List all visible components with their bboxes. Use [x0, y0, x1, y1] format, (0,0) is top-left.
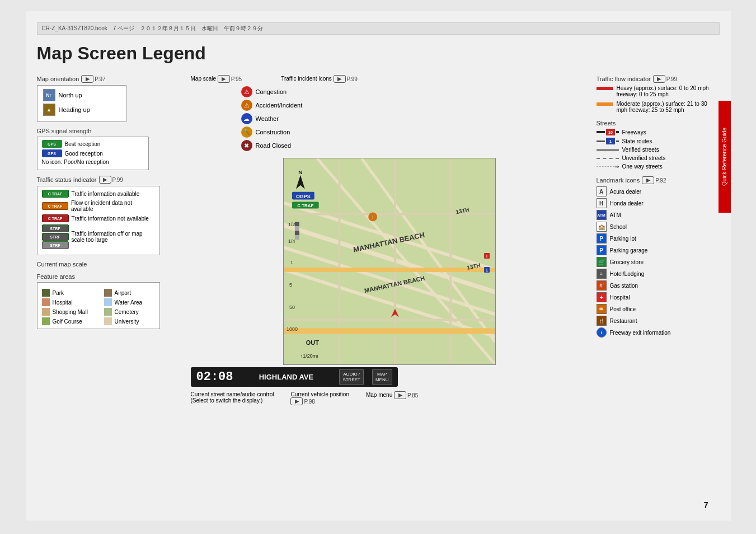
lm-freeway-exit: i Freeway exit information [597, 327, 720, 338]
north-up-label: North up [59, 92, 82, 99]
feature-areas-section: Feature areas Park Airport [37, 273, 182, 329]
gps-section: GPS signal strength GPS Best reception G… [37, 128, 182, 170]
moderate-bar [597, 102, 613, 106]
feature-university: University [104, 317, 155, 325]
header-text: CR-Z_KA-31SZT820.book 7 ページ ２０１２年８月１５日 水… [42, 25, 264, 32]
traffic-not-badge: C TRAF [42, 214, 69, 222]
right-column: Traffic flow indicator ▶ P.99 Heavy (app… [597, 75, 720, 405]
state-line [597, 140, 605, 142]
svg-rect-26 [294, 222, 299, 226]
lm-parking-lot: P Parking lot [597, 233, 720, 243]
svg-text:C TRAF: C TRAF [297, 203, 313, 208]
lm-grocery: 🛒 Grocery store [597, 257, 720, 267]
state-badge: 1 [606, 138, 615, 144]
map-area: N OGPS C TRAF 1/20 1/4 1 5 50 1000 [283, 158, 496, 365]
incident-weather: ☁ Weather [241, 113, 303, 124]
page-container: CR-Z_KA-31SZT820.book 7 ページ ２０１２年８月１５日 水… [26, 11, 731, 521]
construction-icon: 🔨 [241, 127, 252, 138]
street-oneway: ⇒ One way streets [597, 163, 720, 170]
gps-label: GPS signal strength [37, 128, 182, 134]
north-up-icon: N↑ [43, 89, 55, 101]
lm-atm: ATM ATM [597, 210, 720, 220]
map-menu-button[interactable]: MAP MENU [372, 369, 392, 385]
heading-up-icon: ▲ [43, 104, 55, 116]
svg-text:1/4: 1/4 [288, 238, 294, 244]
feature-mall: Shopping Mall [42, 308, 93, 316]
incident-construction: 🔨 Construction [241, 127, 303, 138]
svg-text:N: N [298, 169, 302, 175]
street-unverified: Unverified streets [597, 155, 720, 161]
traffic-available-badge: C TRAF [42, 190, 69, 198]
freeway-exit-icon: i [597, 327, 607, 338]
lm-acura: A Acura dealer [597, 186, 720, 196]
incident-road-closed: ✖ Road Closed [241, 140, 303, 151]
feature-water: Water Area [104, 298, 155, 306]
traffic-strf3: STRF [42, 241, 69, 249]
restaurant-icon: 🍴 [597, 316, 607, 326]
svg-text:↑1/20mi: ↑1/20mi [300, 353, 317, 359]
flow-moderate: Moderate (approx.) surface: 21 to 30 mph… [597, 101, 720, 113]
map-svg: N OGPS C TRAF 1/20 1/4 1 5 50 1000 [284, 158, 495, 364]
feature-airport: Airport [104, 289, 155, 297]
audio-street-button[interactable]: AUDIO / STREET [339, 369, 364, 385]
lm-school: 🏫 School [597, 222, 720, 232]
acura-icon: A [597, 186, 607, 196]
landmark-section: Landmark icons ▶ P.92 A Acura dealer H H… [597, 176, 720, 338]
post-office-icon: ✉ [597, 304, 607, 314]
map-orientation-ref: ▶ P.97 [81, 75, 105, 83]
feature-park: Park [42, 289, 93, 297]
road-closed-icon: ✖ [241, 140, 252, 151]
north-up-item: N↑ North up [43, 89, 120, 101]
gps-good-badge: GPS [42, 149, 62, 157]
lm-parking-garage: P Parking garage [597, 245, 720, 255]
top-annotations: Map scale ▶ P.95 Traffic incident icons … [191, 75, 588, 83]
mall-swatch [42, 308, 50, 316]
heavy-bar [597, 87, 613, 90]
street-verified: Verified streets [597, 147, 720, 153]
congestion-icon: ⚠ [241, 86, 252, 97]
golf-swatch [42, 317, 50, 325]
bottom-status-bar: 02:08 HIGHLAND AVE AUDIO / STREET MAP ME… [191, 367, 398, 387]
map-orientation-section: Map orientation ▶ P.97 N↑ North up ▲ Hea… [37, 75, 182, 122]
current-street-annotation: Current street name/audio control (Selec… [191, 391, 274, 405]
hotel-icon: ≡ [597, 269, 607, 279]
orientation-box: N↑ North up ▲ Heading up [37, 85, 126, 122]
school-icon: 🏫 [597, 222, 607, 232]
verified-line [597, 149, 619, 151]
svg-text:1000: 1000 [287, 326, 298, 332]
traffic-available: C TRAF Traffic information available [42, 190, 155, 198]
gps-box: GPS Best reception GPS Good reception No… [37, 137, 149, 170]
airport-swatch [104, 289, 112, 297]
gas-icon: ⛽ [597, 280, 607, 291]
streets-label: Streets [597, 120, 720, 127]
traffic-flow-badge: C TRAF [42, 202, 68, 210]
svg-text:OGPS: OGPS [295, 194, 310, 199]
gps-none: No icon: Poor/No reception [42, 159, 144, 165]
incident-annotation: Traffic incident icons ▶ P.99 [281, 75, 358, 83]
oneway-line [597, 166, 614, 167]
landmark-label: Landmark icons ▶ P.92 [597, 176, 720, 184]
svg-text:OUT: OUT [306, 339, 318, 346]
lm-hospital: + Hospital [597, 292, 720, 302]
center-column: Map scale ▶ P.95 Traffic incident icons … [191, 75, 588, 405]
heading-up-label: Heading up [59, 106, 90, 113]
flow-heavy: Heavy (approx.) surface: 0 to 20 mph fre… [597, 85, 720, 97]
lm-hotel: ≡ Hotel/Lodging [597, 269, 720, 279]
gps-best: GPS Best reception [42, 140, 144, 148]
feature-hospital: Hospital [42, 298, 93, 306]
park-swatch [42, 289, 50, 297]
feature-cemetery: Cemetery [104, 308, 155, 316]
svg-text:5: 5 [289, 282, 292, 288]
traffic-flow-label: Traffic flow indicator ▶ P.99 [597, 75, 720, 83]
svg-text:50: 50 [289, 305, 294, 310]
grocery-icon: 🛒 [597, 257, 607, 267]
lm-post-office: ✉ Post office [597, 304, 720, 314]
traffic-flow-section: Traffic flow indicator ▶ P.99 Heavy (app… [597, 75, 720, 113]
gps-best-badge: GPS [42, 140, 62, 148]
svg-text:1: 1 [290, 260, 293, 265]
lm-honda: H Honda dealer [597, 198, 720, 208]
vehicle-position-annotation: Current vehicle position ▶ P.98 [290, 391, 349, 405]
traffic-box: C TRAF Traffic information available C T… [37, 186, 160, 255]
red-tab: Quick Reference Guide [719, 101, 731, 213]
freeway-line [597, 131, 605, 133]
